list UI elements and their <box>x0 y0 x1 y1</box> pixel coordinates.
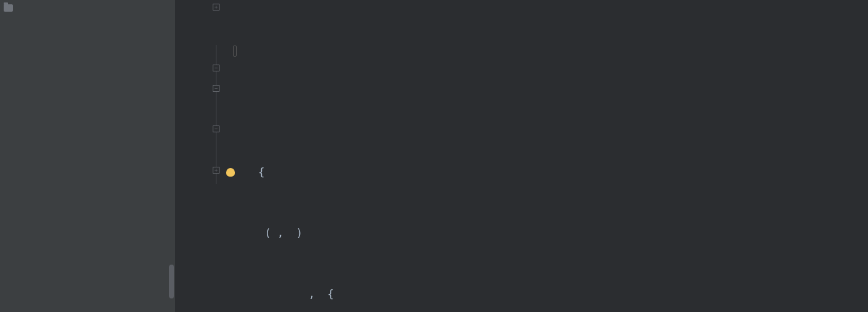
fold-gutter[interactable]: + − − − + <box>211 0 224 312</box>
editor-scrollbar[interactable] <box>859 0 868 312</box>
project-tree[interactable] <box>0 0 175 312</box>
tree-folder-manager[interactable] <box>0 0 175 15</box>
line-number-gutter <box>175 0 211 312</box>
code-area[interactable]: { ( , ) , { } ( , ) , } <box>224 0 859 312</box>
fold-toggle-import[interactable]: + <box>213 4 219 10</box>
code-editor[interactable]: + − − − + { ( , ) , { } ( , ) , <box>175 0 868 312</box>
fold-toggle-doget[interactable]: − <box>213 65 219 71</box>
folder-icon <box>2 3 14 13</box>
fold-toggle-throws1[interactable]: − <box>213 85 219 92</box>
sidebar-scrollbar[interactable] <box>169 265 174 298</box>
folded-imports[interactable] <box>233 46 237 57</box>
fold-end-doget[interactable]: − <box>213 126 219 132</box>
fold-toggle-dopost[interactable]: + <box>213 167 219 174</box>
